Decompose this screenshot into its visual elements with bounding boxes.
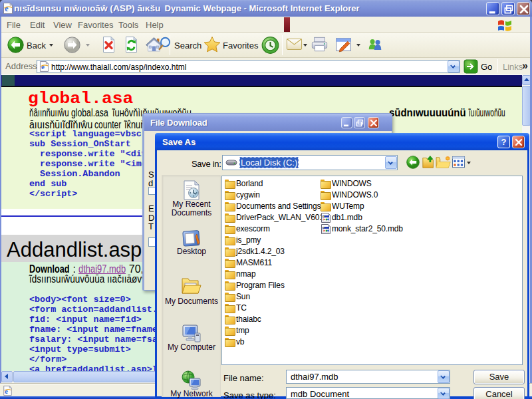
svg-text:e: e [41,63,45,70]
svg-text:e: e [5,4,9,13]
svg-text:e: e [5,388,8,395]
